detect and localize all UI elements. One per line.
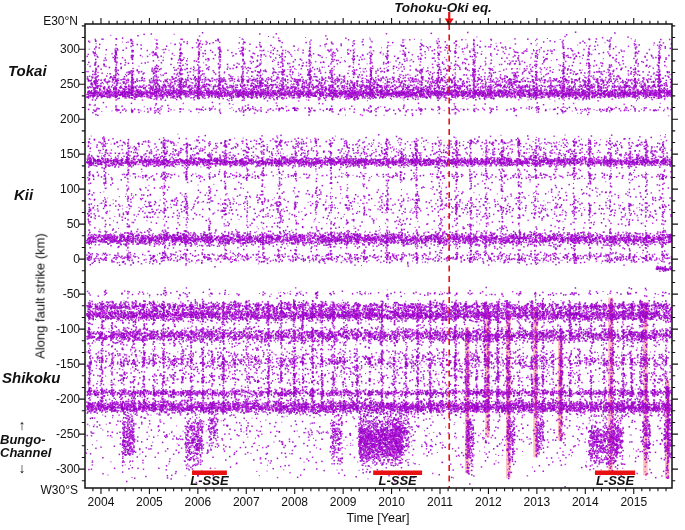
region-label-bungo-channel: Channel — [0, 445, 51, 460]
region-label-shikoku: Shikoku — [2, 369, 60, 386]
x-tick-label: 2015 — [620, 495, 647, 509]
axis-end-label-south: W30°S — [0, 483, 78, 497]
y-tick-label: 300 — [0, 42, 80, 56]
y-tick-label: 0 — [0, 252, 80, 266]
y-tick-label: 50 — [0, 217, 80, 231]
lsse-label: L-SSE — [596, 473, 634, 488]
lsse-label: L-SSE — [378, 473, 416, 488]
y-tick-label: 250 — [0, 77, 80, 91]
region-label-tokai: Tokai — [8, 62, 47, 79]
y-tick-label: 200 — [0, 112, 80, 126]
x-axis-label: Time [Year] — [347, 511, 410, 525]
x-tick-label: 2005 — [136, 495, 163, 509]
x-tick-label: 2009 — [330, 495, 357, 509]
axis-end-label-north: E30°N — [0, 14, 78, 28]
x-tick-label: 2008 — [281, 495, 308, 509]
x-tick-label: 2011 — [427, 495, 453, 509]
y-tick-label: -200 — [0, 392, 80, 406]
tremor-figure: Tohoku-Oki eq. Time [Year] Along fault s… — [0, 0, 685, 530]
y-tick-label: -50 — [0, 287, 80, 301]
x-tick-label: 2013 — [524, 495, 551, 509]
x-tick-label: 2010 — [378, 495, 405, 509]
y-tick-label: -300 — [0, 462, 80, 476]
scatter-plot-canvas — [0, 0, 685, 530]
x-tick-label: 2007 — [233, 495, 260, 509]
y-tick-label: 100 — [0, 182, 80, 196]
y-tick-label: -100 — [0, 322, 80, 336]
x-tick-label: 2006 — [184, 495, 211, 509]
x-tick-label: 2004 — [88, 495, 115, 509]
y-tick-label: 150 — [0, 147, 80, 161]
x-tick-label: 2014 — [572, 495, 599, 509]
x-tick-label: 2012 — [475, 495, 502, 509]
y-tick-label: -250 — [0, 427, 80, 441]
tohoku-oki-annotation: Tohoku-Oki eq. — [394, 0, 492, 15]
lsse-label: L-SSE — [190, 473, 228, 488]
y-tick-label: -150 — [0, 357, 80, 371]
